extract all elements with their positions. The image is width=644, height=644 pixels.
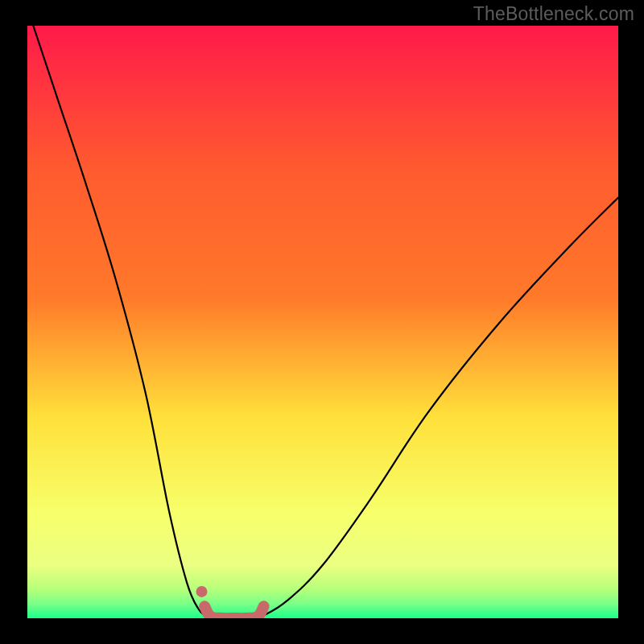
chart-svg xyxy=(0,0,644,644)
bottom-marker-dot xyxy=(196,586,208,597)
plot-background xyxy=(27,26,618,618)
chart-frame: TheBottleneck.com xyxy=(0,0,644,644)
watermark-text: TheBottleneck.com xyxy=(473,3,634,25)
